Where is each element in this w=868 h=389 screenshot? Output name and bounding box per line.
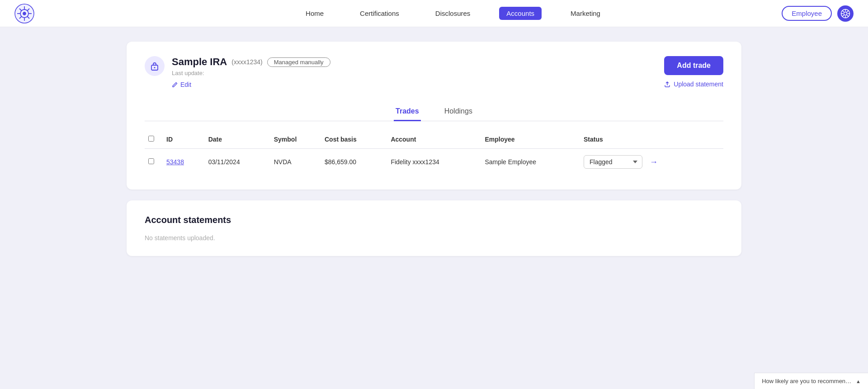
nav-right: Employee	[782, 5, 854, 22]
nav-links: Home Certifications Disclosures Accounts…	[52, 7, 854, 20]
svg-line-12	[842, 10, 844, 12]
main-content: Sample IRA (xxxx1234) Managed manually L…	[0, 27, 868, 270]
account-card: Sample IRA (xxxx1234) Managed manually L…	[127, 42, 741, 190]
tab-trades[interactable]: Trades	[394, 103, 421, 121]
row-checkbox[interactable]	[148, 158, 154, 164]
col-account: Account	[387, 130, 481, 149]
last-update: Last update:	[172, 70, 330, 76]
row-account: Fidelity xxxx1234	[387, 149, 481, 176]
edit-icon	[172, 81, 178, 88]
tab-holdings[interactable]: Holdings	[443, 103, 474, 121]
table-container: ID Date Symbol Cost basis Account Employ…	[145, 130, 723, 175]
nav-accounts[interactable]: Accounts	[499, 7, 542, 20]
account-name: Sample IRA (xxxx1234) Managed manually	[172, 56, 330, 68]
statements-card: Account statements No statements uploade…	[127, 200, 741, 256]
svg-point-22	[154, 67, 156, 68]
trades-table: ID Date Symbol Cost basis Account Employ…	[145, 130, 723, 175]
svg-line-14	[842, 15, 844, 17]
row-date: 03/11/2024	[205, 149, 270, 176]
feedback-caret-icon: ▲	[856, 379, 861, 384]
account-right: Add trade Upload statement	[664, 56, 723, 88]
nav-marketing[interactable]: Marketing	[563, 7, 608, 20]
col-status: Status	[580, 130, 723, 149]
col-employee: Employee	[481, 130, 580, 149]
col-date: Date	[205, 130, 270, 149]
account-header: Sample IRA (xxxx1234) Managed manually L…	[145, 56, 723, 88]
account-title-block: Sample IRA (xxxx1234) Managed manually L…	[172, 56, 330, 88]
add-trade-button[interactable]: Add trade	[664, 56, 723, 75]
statements-title: Account statements	[145, 215, 723, 225]
trade-id-link[interactable]: 53438	[166, 158, 184, 166]
feedback-label: How likely are you to recommen…	[762, 378, 851, 384]
avatar[interactable]	[837, 5, 854, 22]
col-cost-basis: Cost basis	[321, 130, 387, 149]
no-statements-label: No statements uploaded.	[145, 234, 723, 242]
row-id: 53438	[163, 149, 205, 176]
svg-line-13	[847, 10, 849, 12]
edit-button[interactable]: Edit	[172, 81, 330, 88]
status-cell: Flagged Approved Pending Rejected →	[584, 155, 720, 169]
nav-home[interactable]: Home	[298, 7, 331, 20]
account-id: (xxxx1234)	[231, 58, 262, 66]
row-navigate-button[interactable]: →	[646, 156, 661, 169]
nav-certifications[interactable]: Certifications	[353, 7, 406, 20]
account-left: Sample IRA (xxxx1234) Managed manually L…	[145, 56, 330, 88]
row-employee: Sample Employee	[481, 149, 580, 176]
employee-button[interactable]: Employee	[782, 6, 832, 21]
logo-icon[interactable]	[14, 4, 34, 24]
feedback-bar[interactable]: How likely are you to recommen… ▲	[754, 373, 868, 389]
svg-point-20	[844, 12, 847, 15]
upload-statement-button[interactable]: Upload statement	[664, 81, 723, 88]
managed-badge: Managed manually	[267, 57, 330, 67]
account-icon	[145, 56, 165, 76]
select-all-checkbox[interactable]	[148, 136, 154, 142]
svg-line-15	[847, 15, 849, 17]
row-status: Flagged Approved Pending Rejected →	[580, 149, 723, 176]
row-symbol: NVDA	[270, 149, 321, 176]
col-symbol: Symbol	[270, 130, 321, 149]
upload-icon	[664, 81, 671, 88]
nav-disclosures[interactable]: Disclosures	[428, 7, 478, 20]
table-row: 53438 03/11/2024 NVDA $86,659.00 Fidelit…	[145, 149, 723, 176]
svg-point-10	[23, 12, 26, 15]
row-cost-basis: $86,659.00	[321, 149, 387, 176]
tabs: Trades Holdings	[145, 103, 723, 121]
col-id: ID	[163, 130, 205, 149]
navbar: Home Certifications Disclosures Accounts…	[0, 0, 868, 27]
status-select[interactable]: Flagged Approved Pending Rejected	[584, 155, 642, 169]
